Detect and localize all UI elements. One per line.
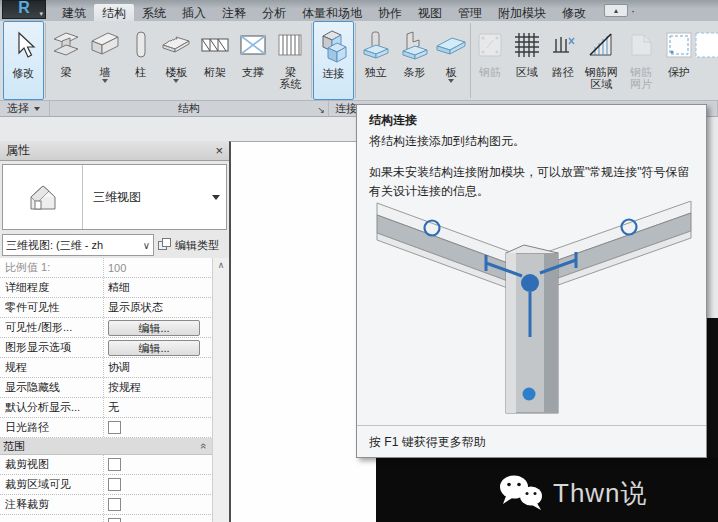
tab-systems[interactable]: 系统 bbox=[134, 4, 174, 21]
tooltip-description: 将结构连接添加到结构图元。 bbox=[369, 133, 525, 150]
floor-button[interactable]: 楼板 bbox=[157, 21, 196, 100]
clipped-button-icon bbox=[691, 24, 718, 66]
crop-region-visible-checkbox[interactable] bbox=[108, 478, 121, 491]
property-row[interactable]: 默认分析显示... 无 bbox=[0, 398, 229, 418]
strip-foundation-button[interactable]: 条形 bbox=[395, 21, 434, 100]
type-row: 三维视图: (三维 - zh ∨ 编辑类型 bbox=[0, 232, 229, 258]
clipped-ribbon-button[interactable] bbox=[698, 21, 718, 100]
property-row[interactable]: 裁剪区域可见 bbox=[0, 475, 229, 495]
collapse-icon[interactable]: « bbox=[198, 443, 210, 449]
edit-button[interactable]: 编辑... bbox=[108, 340, 200, 356]
close-icon[interactable]: × bbox=[215, 144, 223, 157]
sun-path-checkbox[interactable] bbox=[108, 421, 121, 434]
property-row-clipped bbox=[0, 515, 229, 522]
ribbon-separator bbox=[45, 23, 46, 98]
column-icon bbox=[126, 24, 156, 66]
annotation-crop-checkbox[interactable] bbox=[108, 498, 121, 511]
wechat-icon bbox=[497, 472, 545, 514]
tab-modify[interactable]: 修改 bbox=[554, 4, 594, 21]
wall-button[interactable]: 墙 bbox=[85, 21, 124, 100]
beam-system-button[interactable]: 梁 系统 bbox=[271, 21, 310, 100]
property-row[interactable]: 比例值 1: 100 bbox=[0, 258, 229, 278]
modify-button[interactable]: 修改 bbox=[3, 21, 44, 100]
tab-annotate[interactable]: 注释 bbox=[214, 4, 254, 21]
house-3d-icon bbox=[23, 177, 63, 217]
select-panel-label[interactable]: 选择 bbox=[0, 101, 50, 116]
tooltip-footer: 按 F1 键获得更多帮助 bbox=[357, 425, 706, 458]
properties-panel: 属性 × 三维视图 三维视图: (三维 - zh ∨ 编辑 bbox=[0, 141, 229, 522]
beam-button[interactable]: 梁 bbox=[47, 21, 86, 100]
property-row[interactable]: 详细程度 精细 bbox=[0, 278, 229, 298]
properties-title: 属性 bbox=[6, 142, 30, 159]
property-row[interactable]: 裁剪视图 bbox=[0, 455, 229, 475]
floor-icon bbox=[159, 24, 193, 66]
tab-structure[interactable]: 结构 bbox=[94, 4, 134, 21]
section-header-scope[interactable]: 范围 « bbox=[0, 438, 229, 455]
path-icon bbox=[546, 24, 580, 66]
tooltip-title: 结构连接 bbox=[369, 112, 417, 129]
truss-button[interactable]: 桁架 bbox=[196, 21, 235, 100]
brace-button[interactable]: 支撑 bbox=[234, 21, 271, 100]
brace-icon bbox=[236, 24, 270, 66]
structure-panel-label[interactable]: 结构 ↘ bbox=[50, 101, 329, 116]
app-window: R ▾ 建筑 结构 系统 插入 注释 分析 体量和场地 协作 视图 管理 附加模… bbox=[0, 0, 718, 522]
fabric-area-icon bbox=[584, 24, 618, 66]
property-row[interactable]: 注释裁剪 bbox=[0, 495, 229, 515]
properties-grid: 比例值 1: 100 详细程度 精细 零件可见性 显示原状态 可见性/图形...… bbox=[0, 258, 229, 522]
structural-connection-tooltip: 结构连接 将结构连接添加到结构图元。 如果未安装结构连接附加模块，可以放置"常规… bbox=[356, 104, 707, 458]
view-type-name: 三维视图 bbox=[83, 189, 141, 206]
tooltip-illustration bbox=[359, 201, 705, 422]
tab-addins[interactable]: 附加模块 bbox=[490, 4, 554, 21]
tooltip-note: 如果未安装结构连接附加模块，可以放置"常规连接"符号保留有关设计连接的信息。 bbox=[369, 163, 701, 201]
property-row[interactable]: 规程 协调 bbox=[0, 358, 229, 378]
scroll-up-icon[interactable]: ∧ bbox=[218, 260, 225, 270]
fabric-sheet-button: 钢筋 网片 bbox=[623, 21, 660, 100]
view-type-cell bbox=[3, 165, 83, 229]
column-button[interactable]: 柱 bbox=[124, 21, 157, 100]
view-type-combo[interactable]: 三维视图: (三维 - zh ∨ bbox=[2, 234, 154, 256]
property-row[interactable]: 日光路径 bbox=[0, 418, 229, 438]
watermark-text: Thwn说 bbox=[553, 476, 648, 511]
edit-button[interactable]: 编辑... bbox=[108, 320, 200, 336]
property-row[interactable]: 可见性/图形... 编辑... bbox=[0, 318, 229, 338]
tab-manage[interactable]: 管理 bbox=[450, 4, 490, 21]
rebar-icon bbox=[473, 24, 507, 66]
chevron-down-icon bbox=[173, 79, 179, 83]
property-row[interactable]: 图形显示选项 编辑... bbox=[0, 338, 229, 358]
connect-button[interactable]: 连接 bbox=[313, 21, 354, 100]
ribbon-tabs: 建筑 结构 系统 插入 注释 分析 体量和场地 协作 视图 管理 附加模块 修改… bbox=[54, 4, 635, 21]
ribbon-separator bbox=[355, 23, 356, 98]
app-logo[interactable]: R ▾ bbox=[2, 0, 46, 19]
chevron-down-icon bbox=[448, 79, 454, 83]
chevron-down-icon[interactable] bbox=[212, 195, 220, 200]
strip-foundation-icon bbox=[398, 24, 432, 66]
property-row[interactable]: 零件可见性 显示原状态 bbox=[0, 298, 229, 318]
slab-icon bbox=[434, 24, 468, 66]
tab-analyze[interactable]: 分析 bbox=[254, 4, 294, 21]
tab-collaborate[interactable]: 协作 bbox=[370, 4, 410, 21]
ribbon-toggle-dot-icon[interactable]: · bbox=[631, 4, 635, 21]
isolated-foundation-button[interactable]: 独立 bbox=[356, 21, 395, 100]
properties-scrollbar[interactable]: ∧ bbox=[212, 258, 229, 522]
type-selector[interactable]: 三维视图 bbox=[2, 164, 227, 230]
drawing-canvas[interactable] bbox=[229, 141, 376, 522]
slab-button[interactable]: 板 bbox=[434, 21, 469, 100]
crop-view-checkbox[interactable] bbox=[108, 458, 121, 471]
tab-architecture[interactable]: 建筑 bbox=[54, 4, 94, 21]
dialog-launcher-icon[interactable]: ↘ bbox=[317, 105, 325, 115]
tab-view[interactable]: 视图 bbox=[410, 4, 450, 21]
edit-type-button[interactable]: 编辑类型 bbox=[154, 238, 219, 253]
beam-system-icon bbox=[273, 24, 307, 66]
property-row[interactable]: 显示隐藏线 按规程 bbox=[0, 378, 229, 398]
combo-arrow-icon: ∨ bbox=[143, 240, 150, 251]
tooltip-help-hint: 按 F1 键获得更多帮助 bbox=[369, 434, 486, 451]
rebar-area-button[interactable]: 区域 bbox=[508, 21, 545, 100]
edit-type-icon bbox=[158, 238, 172, 252]
tab-massing-site[interactable]: 体量和场地 bbox=[294, 4, 370, 21]
fabric-area-button[interactable]: 钢筋网 区域 bbox=[580, 21, 623, 100]
ribbon-collapse-icon[interactable]: ▴ bbox=[604, 4, 628, 17]
tab-insert[interactable]: 插入 bbox=[174, 4, 214, 21]
rebar-button: 钢筋 bbox=[472, 21, 509, 100]
rebar-path-button[interactable]: 路径 bbox=[545, 21, 580, 100]
beam-icon bbox=[49, 24, 83, 66]
